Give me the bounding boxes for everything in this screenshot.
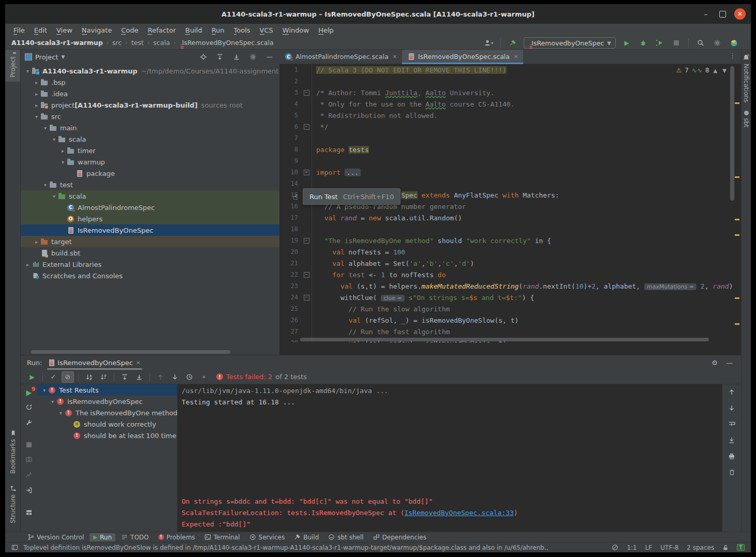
show-ignored-button[interactable]: ⊘ xyxy=(62,371,74,383)
toolwindow-terminal[interactable]: Terminal xyxy=(201,533,244,541)
console-scroll-to-end-button[interactable] xyxy=(728,436,735,445)
warning-stripe-mark[interactable] xyxy=(735,219,739,220)
sort-alphabetically-button[interactable] xyxy=(83,371,95,383)
next-failed-test-button[interactable] xyxy=(169,371,181,383)
chevron-right-icon[interactable]: ▸ xyxy=(33,80,40,85)
chevron-right-icon[interactable]: ▸ xyxy=(33,91,40,97)
breadcrumb-item[interactable]: src xyxy=(112,39,122,47)
background-tasks-icon[interactable] xyxy=(612,544,618,551)
warning-stripe-mark[interactable] xyxy=(735,234,739,236)
toolwindows-icon[interactable] xyxy=(11,544,18,551)
chevron-down-icon[interactable]: ▾ xyxy=(57,410,65,416)
warning-stripe-mark[interactable] xyxy=(735,176,739,178)
open-results-button[interactable] xyxy=(25,487,33,495)
rerun-tests-button[interactable]: ▶9 xyxy=(26,388,32,397)
test-history-button[interactable] xyxy=(183,371,196,383)
console-clear-all-button[interactable] xyxy=(729,469,735,477)
chevron-down-icon[interactable]: ▼ xyxy=(61,54,65,59)
indent-setting[interactable]: 2 spaces xyxy=(687,544,714,551)
line-ending[interactable]: LF xyxy=(645,544,653,551)
toolwindow-sbt-shell[interactable]: sbt shell xyxy=(324,533,367,541)
tree-row[interactable]: ▾main xyxy=(21,122,279,133)
coverage-button[interactable] xyxy=(654,37,665,49)
run-button[interactable]: ▶ xyxy=(621,37,632,49)
breadcrumb-item[interactable]: A1140-scala3-r1-warmup xyxy=(11,39,103,47)
caret-position[interactable]: 1:1 xyxy=(627,544,636,551)
fold-marker-icon[interactable]: − xyxy=(304,124,309,130)
panel-settings-button[interactable] xyxy=(247,51,259,63)
chevron-right-icon[interactable]: ▸ xyxy=(33,102,40,108)
encoding[interactable]: UTF-8 xyxy=(660,544,678,551)
menu-build[interactable]: Build xyxy=(181,25,206,35)
menu-help[interactable]: Help xyxy=(314,25,338,35)
build-project-button[interactable] xyxy=(507,37,518,49)
prev-problem-button[interactable]: ▲ xyxy=(713,68,719,73)
tree-row[interactable]: ▸target xyxy=(21,236,279,247)
tree-row[interactable]: CAlmostPalindromeSpec xyxy=(21,202,279,213)
hide-panel-icon[interactable]: — xyxy=(726,359,733,367)
console-print-button[interactable] xyxy=(728,453,735,461)
menu-code[interactable]: Code xyxy=(117,25,142,35)
menu-edit[interactable]: Edit xyxy=(30,25,51,35)
menu-run[interactable]: Run xyxy=(207,25,229,35)
console-up-stack-trace-button[interactable] xyxy=(728,388,735,397)
tree-row[interactable]: ▾warmup xyxy=(21,156,279,168)
tree-row[interactable]: ▸.bsp xyxy=(21,77,279,88)
tree-row[interactable]: ▾test xyxy=(21,179,279,190)
tree-row[interactable]: ▸project [A1140-scala3-r1-warmup-build]s… xyxy=(21,99,279,111)
close-icon[interactable]: ✕ xyxy=(514,54,518,59)
test-tree-row[interactable]: ▾!Test Results xyxy=(37,384,177,396)
menu-navigate[interactable]: Navigate xyxy=(78,25,116,35)
collapse-all-button[interactable] xyxy=(133,371,145,383)
inspection-widget[interactable]: ⚠7 ∿∿8 ▲ ▼ xyxy=(676,67,728,74)
menu-refactor[interactable]: Refactor xyxy=(143,25,180,35)
chevron-down-icon[interactable]: ▾ xyxy=(24,68,32,74)
run-configuration-select[interactable]: IsRemovedbyOneSpec▼ xyxy=(524,37,616,49)
tree-row[interactable]: Ohelpers xyxy=(21,213,279,224)
tree-row[interactable]: ▾scala xyxy=(21,190,279,202)
project-hscrollbar[interactable] xyxy=(31,350,230,354)
test-tree-row[interactable]: ▾!The isRemovedByOne method xyxy=(37,407,177,418)
console-soft-wrap-button[interactable] xyxy=(728,420,735,429)
tree-row[interactable]: ▸timer xyxy=(21,145,279,156)
test-tree-row[interactable]: !should be at least 100 time xyxy=(37,430,177,441)
tree-row[interactable]: Scratches and Consoles xyxy=(21,270,279,281)
breadcrumb-item[interactable]: IsRemovedByOneSpec.scala xyxy=(180,39,274,47)
toolwindow-build[interactable]: Build xyxy=(290,533,322,541)
toolwindow-services[interactable]: Services xyxy=(246,533,289,541)
run-settings-icon[interactable]: ⚙ xyxy=(711,359,718,367)
console-down-stack-trace-button[interactable] xyxy=(728,404,735,413)
maximize-button[interactable] xyxy=(719,11,726,18)
lock-icon[interactable] xyxy=(722,545,729,551)
tool-strip-bookmarks[interactable]: Bookmarks xyxy=(9,426,17,478)
fold-marker-icon[interactable]: − xyxy=(304,90,309,96)
tree-row[interactable]: ▸External Libraries xyxy=(21,259,279,270)
stack-trace-link[interactable]: IsRemovedByOneSpec.scala:33 xyxy=(404,509,513,517)
warning-stripe-mark[interactable] xyxy=(735,297,739,299)
tool-strip-structure[interactable]: Structure xyxy=(9,481,17,528)
sort-by-duration-button[interactable] xyxy=(97,371,110,383)
menu-window[interactable]: Window xyxy=(278,25,313,35)
rerun-failed-tests-button[interactable] xyxy=(25,403,33,412)
tree-row[interactable]: ▸.idea xyxy=(21,88,279,99)
close-icon[interactable]: ✕ xyxy=(136,360,140,366)
chevron-right-icon[interactable]: ▸ xyxy=(33,239,40,245)
editor-hscrollbar[interactable] xyxy=(300,338,709,341)
breadcrumb-item[interactable]: test xyxy=(131,39,144,47)
toolwindow-todo[interactable]: TODO xyxy=(117,533,152,541)
warning-stripe-mark[interactable] xyxy=(735,323,739,325)
search-everywhere-button[interactable] xyxy=(695,37,706,49)
profile-button[interactable]: ▾ xyxy=(483,37,494,49)
run-tab[interactable]: IsRemovedbyOneSpec ✕ xyxy=(47,355,142,370)
type-highlighting-badge[interactable]: T xyxy=(737,544,745,551)
editor-tab[interactable]: CAlmostPalindromeSpec.scala✕ xyxy=(279,50,402,64)
tool-strip-project[interactable]: Project xyxy=(5,50,20,82)
close-button[interactable]: ✕ xyxy=(734,8,746,20)
tool-strip-sbt[interactable]: sbt xyxy=(742,107,751,132)
capture-snapshot-button[interactable] xyxy=(25,456,33,464)
close-icon[interactable]: ✕ xyxy=(393,54,397,59)
fold-marker-icon[interactable]: − xyxy=(304,272,309,278)
chevron-down-icon[interactable]: ▾ xyxy=(41,125,49,131)
chevron-right-icon[interactable]: ▸ xyxy=(24,262,32,267)
editor-tab[interactable]: IsRemovedByOneSpec.scala✕ xyxy=(402,50,523,64)
